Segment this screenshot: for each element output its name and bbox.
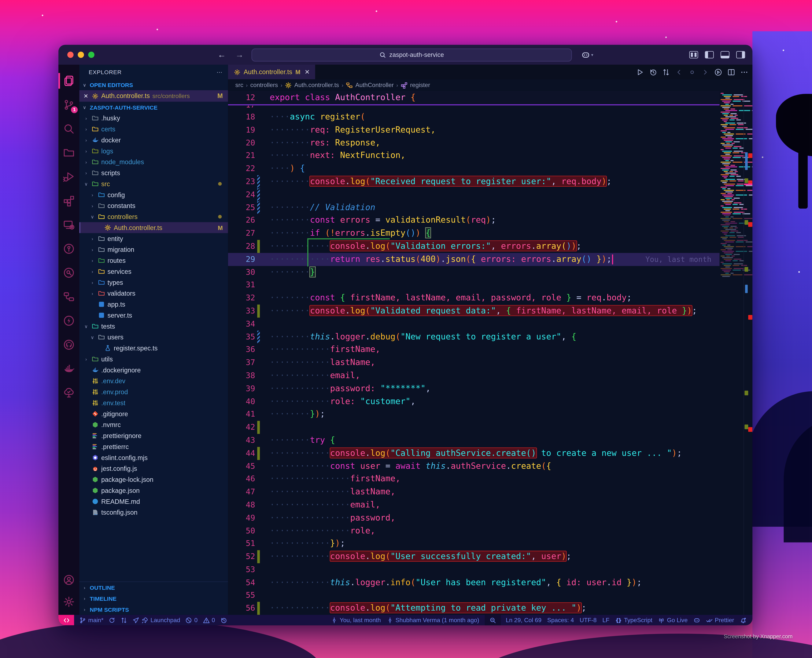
tree-item-.prettierrc[interactable]: .prettierrc [79,441,228,452]
tree-item-utils[interactable]: ›utils [79,354,228,365]
code-line-34[interactable]: 34 [228,317,719,331]
run-circle-button[interactable] [714,68,722,76]
sticky-scroll-line[interactable]: 12export class AuthController { [228,91,719,105]
status-main-[interactable]: main* [79,617,104,624]
tree-item-package-lock.json[interactable]: JSpackage-lock.json [79,474,228,485]
status-compare[interactable] [121,617,127,624]
tree-item-tsconfig.json[interactable]: TStsconfig.json [79,507,228,518]
bolt-activity-icon[interactable] [58,309,79,333]
tree-item-types[interactable]: ›types [79,277,228,288]
tree-item-.gitignore[interactable]: .gitignore [79,408,228,419]
breadcrumb[interactable]: src›controllers›Auth.controller.ts›AuthC… [228,79,752,91]
code-line-40[interactable]: 40············role: "customer", [228,395,719,408]
ellipsis-button[interactable] [740,68,748,76]
close-icon[interactable]: ✕ [83,92,89,99]
code-line-44[interactable]: 44············console.log("Calling authS… [228,447,719,460]
tree-item-.prettierignore[interactable]: .prettierignore [79,430,228,441]
open-editors-section[interactable]: ∨ OPEN EDITORS [79,79,228,90]
tree-item-.dockerignore[interactable]: .dockerignore [79,365,228,376]
tree-item-scripts[interactable]: ›scripts [79,168,228,179]
tree-item-constants[interactable]: ›constants [79,200,228,211]
status-lf[interactable]: LF [602,617,609,623]
code-line-25[interactable]: 25········// Validation [228,201,719,214]
code-line-28[interactable]: 28············console.log("Validation er… [228,240,719,253]
code-line-51[interactable]: 51············}); [228,537,719,550]
sidebar-section-outline[interactable]: ›OUTLINE [79,582,228,593]
tree-item-controllers[interactable]: ∨controllers [79,211,228,222]
customize-layout-button[interactable] [689,51,698,59]
debug-activity-icon[interactable] [58,165,79,189]
code-line-36[interactable]: 36············firstName, [228,343,719,356]
forward-button[interactable]: → [235,50,243,60]
code-line-47[interactable]: 47················lastName, [228,486,719,498]
tree-item-Auth.controller.ts[interactable]: Auth.controller.tsM [79,222,228,233]
tree-item-validators[interactable]: ›validators [79,288,228,299]
monitor-activity-icon[interactable] [58,213,79,237]
window-controls[interactable] [68,52,94,58]
tree-item-.env.test[interactable]: .env.test [79,398,228,409]
code-line-53[interactable]: 53 [228,563,719,576]
code-line-20[interactable]: 20········res: Response, [228,136,719,149]
account-activity-icon[interactable] [58,569,79,591]
play-button[interactable] [636,68,644,76]
tree-item-tests[interactable]: ∨tests [79,321,228,332]
history-button[interactable] [649,68,657,76]
status-typescript[interactable]: {}TypeScript [615,617,652,624]
sidebar-section-npm-scripts[interactable]: ›NPM SCRIPTS [79,604,228,615]
tree-item-.env.prod[interactable]: .env.prod [79,387,228,398]
remote-indicator[interactable] [58,615,74,625]
tree-item-src[interactable]: ∨src [79,179,228,190]
code-line-23[interactable]: 23········console.log("Received request … [228,175,719,188]
split-pane-button[interactable] [727,68,735,76]
code-line-42[interactable]: 42 [228,421,719,434]
status-copilot[interactable] [693,617,700,624]
status-0[interactable]: 0 [203,617,215,624]
code-line-50[interactable]: 50················role, [228,524,719,537]
compare-button[interactable] [662,68,670,76]
overview-ruler[interactable] [743,91,752,615]
code-line-21[interactable]: 21········next: NextFunction, [228,149,719,162]
breadcrumb-item[interactable]: src [235,82,243,88]
tree-item-certs[interactable]: ›certs [79,124,228,135]
github-activity-icon[interactable] [58,333,79,357]
code-line-22[interactable]: 22····) { [228,162,719,175]
nav-left-button[interactable] [675,68,683,76]
copilot-button[interactable]: ▾ [581,50,593,59]
tree-item-node_modules[interactable]: ›node_modules [79,157,228,168]
code-line-33[interactable]: 33········console.log("Validated request… [228,304,719,317]
status-bell[interactable] [740,617,747,624]
toggle-secondary-sidebar-button[interactable] [736,51,745,59]
code-line-26[interactable]: 26········const errors = validationResul… [228,214,719,227]
command-center[interactable]: zaspot-auth-service [251,48,572,61]
code-line-35[interactable]: 35········this.logger.debug("New request… [228,331,719,343]
scm-activity-icon[interactable]: 1 [58,93,79,117]
status-prettier[interactable]: Prettier [706,617,734,624]
docker-activity-icon[interactable] [58,357,79,381]
code-line-24[interactable]: 24 [228,188,719,201]
toggle-primary-sidebar-button[interactable] [705,51,714,59]
tab-auth-controller[interactable]: Auth.controller.ts M ✕ [228,65,315,79]
status-shubham-verma-1-month-ago-[interactable]: Shubham Verma (1 month ago) [386,617,479,624]
code-line-37[interactable]: 37············lastName, [228,356,719,369]
tree-item-config[interactable]: ›config [79,189,228,200]
back-button[interactable]: ← [218,50,226,60]
code-editor[interactable]: 18····async register(19········req: Regi… [228,91,752,615]
code-line-43[interactable]: 43········try { [228,434,719,447]
breadcrumb-item[interactable]: controllers [250,82,278,88]
tree-item-app.ts[interactable]: TSapp.ts [79,299,228,310]
status-ln-29-col-69[interactable]: Ln 29, Col 69 [506,617,542,623]
code-line-46[interactable]: 46················firstName, [228,473,719,486]
close-window-button[interactable] [68,52,74,58]
tree-item-docker[interactable]: ›docker [79,135,228,146]
nav-right-button[interactable] [701,68,709,76]
code-line-55[interactable]: 55 [228,589,719,602]
code-line-30[interactable]: 30········} [228,266,719,279]
status-sync[interactable] [109,617,116,624]
tree-item-server.ts[interactable]: TSserver.ts [79,310,228,321]
tree-item-logs[interactable]: ›logs [79,146,228,157]
tree-item-package.json[interactable]: JSpackage.json [79,485,228,496]
code-line-48[interactable]: 48················email, [228,498,719,511]
status-utf-8[interactable]: UTF-8 [580,617,597,623]
code-line-18[interactable]: 18····async register( [228,111,719,124]
code-line-45[interactable]: 45············const user = await this.au… [228,460,719,473]
